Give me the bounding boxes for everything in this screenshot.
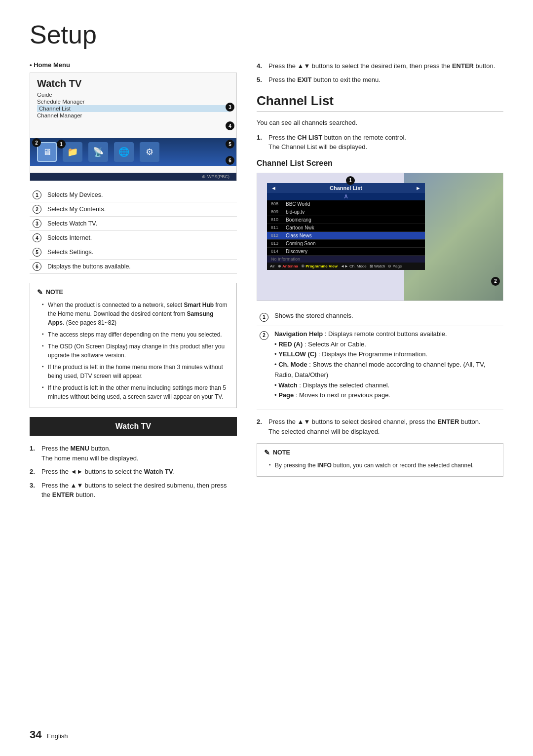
ch-list-step-2: 2. Press the ▲▼ buttons to select desire…	[257, 417, 503, 436]
note-label-right: NOTE	[273, 449, 290, 456]
ch-screen-title: Channel List	[330, 185, 362, 191]
nav-watch: • Watch : Displays the selected channel.	[274, 380, 500, 391]
step-text-1: Press the MENU button.The home menu will…	[41, 444, 139, 463]
numbered-items-table: 1 Selects My Devices. 2 Selects My Conte…	[30, 188, 237, 274]
wps-label: ⊕ WPS(PBC)	[202, 174, 229, 179]
nav-badge-2: 2	[260, 331, 268, 340]
watch-tv-bottom-bar: ⊕ WPS(PBC)	[30, 173, 236, 181]
step-num-3: 3.	[30, 481, 38, 500]
nav-text-2: Navigation Help : Displays remote contro…	[271, 326, 503, 410]
item-row-6: 6 Displays the buttons available.	[30, 260, 237, 274]
item-text-4: Selects Internet.	[44, 231, 237, 245]
ch-prog-view-btn: ⑧ Programme View	[301, 264, 338, 268]
watch-tv-image-title: Watch TV	[30, 73, 236, 91]
step-text-5: Press the EXIT button to exit the menu.	[268, 75, 381, 85]
step-num-1: 1.	[30, 444, 38, 463]
item-badge-6: 6	[33, 262, 41, 271]
ch-screen-subtitle: Channel List Screen	[257, 159, 503, 168]
nav-chmode: • Ch. Mode : Shows the channel mode acco…	[274, 360, 500, 380]
step-text-4: Press the ▲▼ buttons to select the desir…	[268, 61, 495, 71]
watch-tv-steps-right: 4. Press the ▲▼ buttons to select the de…	[257, 61, 503, 84]
item-row-1: 1 Selects My Devices.	[30, 188, 237, 202]
ch-list-step-1: 1. Press the CH LIST button on the remot…	[257, 133, 503, 152]
ch-page-btn: ⊙ Page	[388, 264, 402, 268]
left-column: Home Menu Watch TV Guide Schedule Manage…	[30, 61, 237, 507]
item-badge-3: 3	[33, 219, 41, 228]
nav-red: • RED (A) : Selects Air or Cable.	[274, 340, 500, 350]
item-text-6: Displays the buttons available.	[44, 260, 237, 274]
nav-items-table: 1 Shows the stored channels. 2 Navigatio…	[257, 308, 503, 411]
item-text-5: Selects Settings.	[44, 245, 237, 260]
item-text-1: Selects My Devices.	[44, 188, 237, 202]
ch-no-info: No Information	[267, 256, 425, 263]
right-column: 4. Press the ▲▼ buttons to select the de…	[257, 61, 503, 507]
note-section-right: ✎ NOTE By pressing the INFO button, you …	[257, 443, 503, 477]
item-row-3: 3 Selects Watch TV.	[30, 217, 237, 231]
pencil-icon: ✎	[37, 288, 43, 296]
ch-item-813: 813Coming Soon	[267, 240, 425, 248]
ch-mode-btn: ◄► Ch. Mode	[341, 264, 367, 268]
ch-item-812: 812Class News	[267, 232, 425, 240]
item-badge-4: 4	[33, 233, 41, 242]
step-3: 3. Press the ▲▼ buttons to select the de…	[30, 481, 237, 500]
badge-num-3: 3	[226, 103, 234, 112]
watch-tv-image-box: Watch TV Guide Schedule Manager Channel …	[30, 73, 237, 181]
step-2: 2. Press the ◄► buttons to select the Wa…	[30, 467, 237, 477]
watch-tv-steps-left: 1. Press the MENU button.The home menu w…	[30, 444, 237, 500]
watch-tv-menu: Guide Schedule Manager Channel List Chan…	[30, 91, 236, 119]
ch-screen-back-icon: ◄	[271, 185, 276, 191]
ch-step-num-1: 1.	[257, 133, 265, 152]
page-number: 34	[30, 728, 41, 741]
item-row-2: 2 Selects My Contents.	[30, 202, 237, 217]
ch-badge-1: 1	[346, 176, 355, 185]
step-5: 5. Press the EXIT button to exit the men…	[257, 75, 503, 85]
ch-watch-btn: ⊠ Watch	[370, 264, 385, 268]
ch-badge-2: 2	[491, 277, 500, 286]
ch-antenna-btn: ⊕ Antenna	[278, 264, 298, 268]
pencil-icon-right: ✎	[264, 449, 270, 456]
note-section: ✎ NOTE When the product is connected to …	[30, 283, 237, 408]
note-right-item-1: By pressing the INFO button, you can wat…	[269, 459, 496, 471]
note-title: ✎ NOTE	[37, 288, 229, 296]
nav-help-list: • RED (A) : Selects Air or Cable. • YELL…	[274, 340, 500, 401]
note-list-right: By pressing the INFO button, you can wat…	[264, 459, 496, 471]
menu-channel-manager: Channel Manager	[37, 112, 229, 119]
icon-antenna: 📡	[88, 142, 108, 162]
home-menu-label: Home Menu	[30, 61, 237, 69]
ch-item-814: 814Discovery	[267, 248, 425, 256]
ch-screen-inner: ◄ Channel List ► A 808BBC World 809bid-u…	[267, 183, 425, 270]
nav-row-1: 1 Shows the stored channels.	[257, 308, 503, 326]
ch-screen-fwd-icon: ►	[416, 185, 421, 191]
page-language: English	[47, 732, 68, 740]
item-badge-5: 5	[33, 248, 41, 257]
step-num-5: 5.	[257, 75, 265, 85]
menu-channel-list: Channel List	[37, 105, 229, 112]
ch-step-2: 2. Press the ▲▼ buttons to select desire…	[257, 417, 503, 436]
nav-page: • Page : Moves to next or previous page.	[274, 390, 500, 401]
ch-filter-bar: A	[267, 193, 425, 200]
note-item-5: If the product is left in the other menu…	[42, 382, 229, 403]
item-row-5: 5 Selects Settings.	[30, 245, 237, 260]
nav-help-text: Navigation Help : Displays remote contro…	[274, 330, 447, 338]
nav-badge-1: 1	[260, 313, 268, 322]
item-badge-2: 2	[33, 205, 41, 214]
page-title: Setup	[30, 20, 503, 49]
menu-guide: Guide	[37, 91, 229, 98]
page-footer: 34 English	[30, 728, 68, 741]
ch-item-809: 809bid-up.tv	[267, 208, 425, 216]
note-item-2: The access steps may differ depending on…	[42, 329, 229, 340]
step-num-2: 2.	[30, 467, 38, 477]
nav-text-1: Shows the stored channels.	[271, 308, 503, 326]
ch-air-label: Air	[270, 264, 275, 268]
icon-internet: 🌐	[114, 142, 134, 162]
badge-num-6: 6	[226, 156, 234, 165]
item-text-3: Selects Watch TV.	[44, 217, 237, 231]
ch-item-810: 810Boomerang	[267, 216, 425, 224]
ch-screen-box: ◄ Channel List ► A 808BBC World 809bid-u…	[257, 173, 503, 301]
step-4: 4. Press the ▲▼ buttons to select the de…	[257, 61, 503, 71]
ch-step-text-1: Press the CH LIST button on the remote c…	[268, 133, 406, 152]
step-num-4: 4.	[257, 61, 265, 71]
item-row-4: 4 Selects Internet.	[30, 231, 237, 245]
ch-bottom-bar: Air ⊕ Antenna ⑧ Programme View ◄► Ch. Mo…	[267, 263, 425, 270]
ch-step-num-2: 2.	[257, 417, 265, 436]
